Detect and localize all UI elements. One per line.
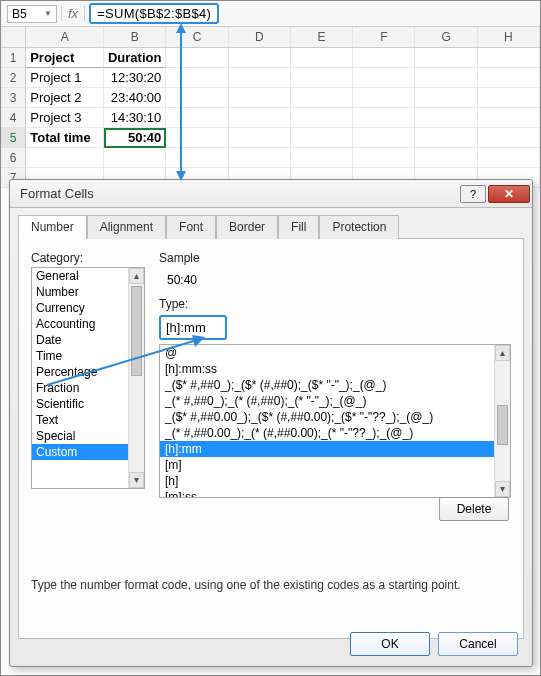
select-all-corner[interactable] — [1, 27, 26, 47]
category-item[interactable]: Fraction — [32, 380, 128, 396]
scroll-down-icon[interactable]: ▾ — [495, 481, 510, 497]
cell[interactable] — [229, 88, 291, 108]
col-header[interactable]: F — [353, 27, 415, 47]
cell[interactable] — [415, 148, 477, 168]
cell[interactable] — [478, 108, 540, 128]
row-header[interactable]: 4 — [1, 108, 26, 128]
category-item[interactable]: Percentage — [32, 364, 128, 380]
cell[interactable] — [478, 148, 540, 168]
cell[interactable] — [478, 88, 540, 108]
col-header[interactable]: B — [104, 27, 166, 47]
cell[interactable] — [104, 148, 166, 168]
scroll-thumb[interactable] — [497, 405, 508, 445]
cell[interactable]: Duration — [104, 48, 166, 68]
cell[interactable] — [26, 148, 104, 168]
cell[interactable] — [353, 68, 415, 88]
col-header[interactable]: C — [166, 27, 228, 47]
cell[interactable] — [229, 148, 291, 168]
cell[interactable] — [415, 128, 477, 148]
cell[interactable] — [291, 108, 353, 128]
row-header[interactable]: 2 — [1, 68, 26, 88]
selected-cell[interactable]: 50:40 — [104, 128, 166, 148]
tab-alignment[interactable]: Alignment — [87, 215, 166, 239]
cell[interactable] — [166, 68, 228, 88]
cell[interactable] — [229, 108, 291, 128]
category-item[interactable]: Text — [32, 412, 128, 428]
cell[interactable] — [291, 148, 353, 168]
cell[interactable] — [478, 128, 540, 148]
chevron-down-icon[interactable]: ▼ — [44, 9, 52, 18]
cell[interactable] — [415, 48, 477, 68]
format-item[interactable]: [h]:mm:ss — [160, 361, 494, 377]
cell[interactable] — [166, 108, 228, 128]
tab-protection[interactable]: Protection — [319, 215, 399, 239]
scroll-down-icon[interactable]: ▾ — [129, 472, 144, 488]
tab-border[interactable]: Border — [216, 215, 278, 239]
cell[interactable] — [478, 68, 540, 88]
format-item[interactable]: [h] — [160, 473, 494, 489]
name-box[interactable]: B5 ▼ — [7, 5, 57, 23]
format-list[interactable]: @ [h]:mm:ss _($* #,##0_);_($* (#,##0);_(… — [159, 344, 511, 498]
cell[interactable] — [166, 148, 228, 168]
cell[interactable] — [353, 108, 415, 128]
category-item[interactable]: General — [32, 268, 128, 284]
cell[interactable] — [478, 48, 540, 68]
category-item[interactable]: Date — [32, 332, 128, 348]
cell[interactable] — [229, 68, 291, 88]
cell[interactable] — [415, 88, 477, 108]
type-input[interactable] — [159, 315, 227, 340]
col-header[interactable]: H — [478, 27, 540, 47]
cell[interactable]: 14:30:10 — [104, 108, 166, 128]
category-item[interactable]: Accounting — [32, 316, 128, 332]
dialog-titlebar[interactable]: Format Cells ? ✕ — [10, 180, 532, 208]
close-button[interactable]: ✕ — [488, 185, 530, 203]
format-item[interactable]: [m] — [160, 457, 494, 473]
category-item[interactable]: Special — [32, 428, 128, 444]
fx-icon[interactable]: fx — [61, 6, 85, 21]
formula-input[interactable]: =SUM($B$2:$B$4) — [89, 3, 219, 24]
cell[interactable]: 12:30:20 — [104, 68, 166, 88]
cell[interactable]: Total time — [26, 128, 104, 148]
cell[interactable] — [353, 88, 415, 108]
format-item[interactable]: @ — [160, 345, 494, 361]
cell[interactable] — [353, 48, 415, 68]
row-header[interactable]: 5 — [1, 128, 26, 148]
format-item[interactable]: [h]:mm — [160, 441, 494, 457]
cancel-button[interactable]: Cancel — [438, 632, 518, 656]
cell[interactable] — [291, 128, 353, 148]
cell[interactable]: 23:40:00 — [104, 88, 166, 108]
col-header[interactable]: A — [26, 27, 104, 47]
cell[interactable] — [291, 48, 353, 68]
cell[interactable] — [353, 128, 415, 148]
category-item[interactable]: Number — [32, 284, 128, 300]
category-list[interactable]: General Number Currency Accounting Date … — [31, 267, 145, 489]
cell[interactable] — [415, 108, 477, 128]
format-item[interactable]: _($* #,##0_);_($* (#,##0);_($* "-"_);_(@… — [160, 377, 494, 393]
tab-number[interactable]: Number — [18, 215, 87, 239]
scrollbar[interactable]: ▴ ▾ — [494, 345, 510, 497]
category-item[interactable]: Currency — [32, 300, 128, 316]
cell[interactable]: Project 2 — [26, 88, 104, 108]
cell[interactable]: Project — [26, 48, 104, 68]
scroll-thumb[interactable] — [131, 286, 142, 376]
format-item[interactable]: _($* #,##0.00_);_($* (#,##0.00);_($* "-"… — [160, 409, 494, 425]
col-header[interactable]: D — [229, 27, 291, 47]
cell[interactable] — [415, 68, 477, 88]
category-item[interactable]: Custom — [32, 444, 128, 460]
delete-button[interactable]: Delete — [439, 497, 509, 521]
cell[interactable]: Project 3 — [26, 108, 104, 128]
format-item[interactable]: _(* #,##0_);_(* (#,##0);_(* "-"_);_(@_) — [160, 393, 494, 409]
col-header[interactable]: G — [415, 27, 477, 47]
ok-button[interactable]: OK — [350, 632, 430, 656]
row-header[interactable]: 3 — [1, 88, 26, 108]
col-header[interactable]: E — [291, 27, 353, 47]
help-button[interactable]: ? — [460, 185, 486, 203]
tab-fill[interactable]: Fill — [278, 215, 319, 239]
scroll-up-icon[interactable]: ▴ — [129, 268, 144, 284]
cell[interactable] — [229, 128, 291, 148]
cell[interactable] — [291, 68, 353, 88]
category-item[interactable]: Time — [32, 348, 128, 364]
row-header[interactable]: 6 — [1, 148, 26, 168]
format-item[interactable]: _(* #,##0.00_);_(* (#,##0.00);_(* "-"??_… — [160, 425, 494, 441]
scroll-up-icon[interactable]: ▴ — [495, 345, 510, 361]
